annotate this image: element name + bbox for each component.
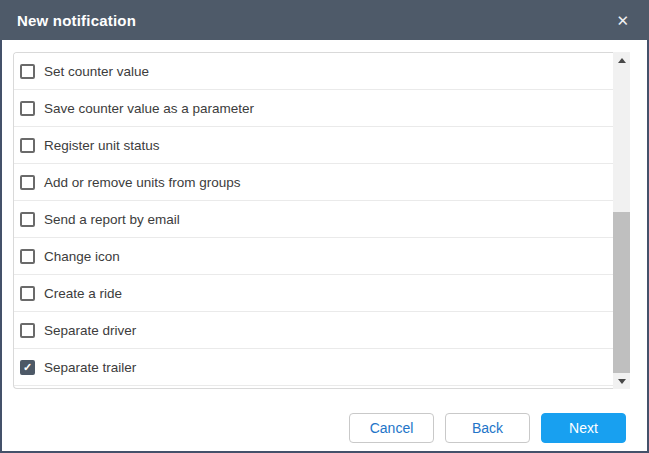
checkbox[interactable]: ✓ <box>20 360 35 375</box>
list-item-label: Separate trailer <box>44 360 136 375</box>
list-item-label: Set counter value <box>44 64 149 79</box>
list-item[interactable]: ✓ Save counter value as a parameter <box>14 90 613 127</box>
notification-action-list: ✓ Set counter value ✓ Save counter value… <box>13 52 613 389</box>
scroll-down-button[interactable] <box>613 373 630 389</box>
arrow-down-icon <box>618 379 626 384</box>
checkbox[interactable]: ✓ <box>20 212 35 227</box>
list-item[interactable]: ✓ Send a report by email <box>14 201 613 238</box>
checkbox[interactable]: ✓ <box>20 323 35 338</box>
check-icon: ✓ <box>23 362 32 373</box>
list-item-label: Add or remove units from groups <box>44 175 241 190</box>
list-item[interactable]: ✓ Separate driver <box>14 312 613 349</box>
list-item-label: Send a report by email <box>44 212 180 227</box>
scrollbar-thumb[interactable] <box>613 212 630 373</box>
checkbox[interactable]: ✓ <box>20 286 35 301</box>
list-item[interactable]: ✓ Separate trailer <box>14 349 613 386</box>
scrollbar[interactable] <box>613 52 630 389</box>
back-button[interactable]: Back <box>445 413 530 443</box>
close-icon[interactable]: ✕ <box>614 11 631 30</box>
list-item-label: Create a ride <box>44 286 122 301</box>
checkbox[interactable]: ✓ <box>20 249 35 264</box>
arrow-up-icon <box>618 58 626 63</box>
checkbox[interactable]: ✓ <box>20 138 35 153</box>
list-item-label: Register unit status <box>44 138 160 153</box>
new-notification-dialog: New notification ✕ ✓ Set counter value ✓… <box>0 0 649 453</box>
dialog-titlebar: New notification ✕ <box>0 0 649 40</box>
checkbox[interactable]: ✓ <box>20 64 35 79</box>
scroll-up-button[interactable] <box>613 52 630 68</box>
list-item-label: Save counter value as a parameter <box>44 101 254 116</box>
next-button[interactable]: Next <box>541 413 626 443</box>
list-item[interactable]: ✓ Register unit status <box>14 127 613 164</box>
list-item[interactable]: ✓ Add or remove units from groups <box>14 164 613 201</box>
checkbox[interactable]: ✓ <box>20 175 35 190</box>
dialog-body: ✓ Set counter value ✓ Save counter value… <box>2 40 647 451</box>
list-item[interactable]: ✓ Create a ride <box>14 275 613 312</box>
list-item[interactable]: ✓ Change icon <box>14 238 613 275</box>
action-list-area: ✓ Set counter value ✓ Save counter value… <box>13 52 630 389</box>
list-item-label: Separate driver <box>44 323 136 338</box>
cancel-button[interactable]: Cancel <box>349 413 434 443</box>
list-item-label: Change icon <box>44 249 120 264</box>
checkbox[interactable]: ✓ <box>20 101 35 116</box>
dialog-footer: Cancel Back Next <box>2 413 626 443</box>
list-item[interactable]: ✓ Set counter value <box>14 53 613 90</box>
dialog-title: New notification <box>17 12 136 29</box>
